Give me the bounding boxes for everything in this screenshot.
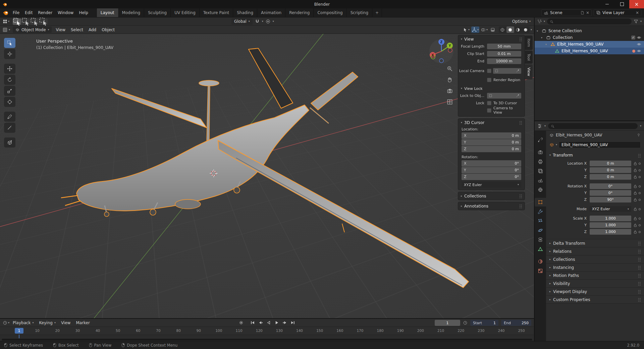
workspace-tab-rendering[interactable]: Rendering	[285, 8, 314, 17]
section-relations[interactable]: Relations	[546, 247, 644, 255]
focal-length-field[interactable]: 50 mm	[487, 44, 521, 49]
remove-view-layer-icon[interactable]	[636, 10, 639, 15]
proportional-editing-icon[interactable]	[266, 19, 270, 24]
texture-properties-tab[interactable]	[535, 267, 546, 275]
outliner-editor-icon[interactable]	[537, 19, 542, 24]
menu-file[interactable]: File	[10, 8, 22, 17]
object-data-properties-tab[interactable]	[535, 245, 546, 253]
minimize-button[interactable]	[600, 0, 614, 8]
drag-grip-icon[interactable]	[638, 153, 641, 158]
animate-dot-icon[interactable]	[638, 208, 641, 210]
render-properties-tab[interactable]	[535, 148, 546, 157]
jump-start-button[interactable]	[249, 319, 256, 326]
section-collections[interactable]: Collections	[546, 255, 644, 264]
transform-z-field[interactable]: 0 m	[590, 174, 631, 180]
camera-view-icon[interactable]	[447, 88, 453, 95]
uav-model[interactable]	[61, 48, 469, 288]
camera-to-view-checkbox[interactable]	[487, 108, 491, 113]
properties-editor-icon[interactable]	[537, 124, 542, 128]
unlink-scene-icon[interactable]	[586, 10, 589, 15]
viewport-menu-object[interactable]: Object	[99, 26, 117, 34]
view-panel-header[interactable]: View	[458, 35, 525, 43]
section-instancing[interactable]: Instancing	[546, 264, 644, 272]
scene-properties-tab[interactable]	[535, 176, 546, 185]
play-reverse-button[interactable]	[265, 319, 272, 326]
rotate-tool-button[interactable]	[4, 75, 15, 85]
workspace-tab-compositing[interactable]: Compositing	[314, 8, 346, 17]
prev-keyframe-button[interactable]	[257, 319, 264, 326]
transform-z-field[interactable]: 1.000	[590, 229, 631, 235]
selectability-dropdown[interactable]	[462, 26, 470, 33]
select-set-button[interactable]	[13, 18, 21, 25]
properties-options-chevron-icon[interactable]	[640, 125, 641, 127]
workspace-tab-scripting[interactable]: Scripting	[347, 8, 372, 17]
outliner-row[interactable]: Elbit_Hermes_900_UAV	[535, 48, 644, 54]
material-properties-tab[interactable]	[535, 257, 546, 266]
animate-dot-icon[interactable]	[638, 192, 641, 194]
lock-icon[interactable]	[633, 230, 638, 234]
render-visibility-icon[interactable]	[632, 50, 635, 53]
object-type-chevron-icon[interactable]	[556, 143, 557, 146]
eye-icon[interactable]	[637, 35, 641, 40]
viewport-menu-select[interactable]: Select	[68, 26, 86, 34]
lock-to-object-field[interactable]	[487, 93, 521, 99]
editor-type-chevron-icon[interactable]	[8, 20, 9, 23]
tool-settings-editor-icon[interactable]	[3, 19, 7, 24]
transform-y-field[interactable]: 1.000	[590, 222, 631, 228]
cursor-location-x-field[interactable]: X0 m	[462, 132, 521, 139]
lock-icon[interactable]	[633, 168, 638, 172]
outliner-search-input[interactable]	[547, 18, 632, 24]
animate-dot-icon[interactable]	[638, 163, 641, 165]
zoom-icon[interactable]	[447, 66, 453, 73]
workspace-tab-shading[interactable]: Shading	[233, 8, 257, 17]
eyedropper-icon[interactable]	[516, 69, 520, 73]
properties-search-input[interactable]	[548, 123, 638, 129]
animate-dot-icon[interactable]	[638, 231, 641, 233]
section-delta-transform[interactable]: Delta Transform	[546, 239, 644, 247]
viewport-menu-add[interactable]: Add	[86, 26, 99, 34]
output-properties-tab[interactable]	[535, 157, 546, 166]
world-properties-tab[interactable]	[535, 185, 546, 194]
animate-dot-icon[interactable]	[638, 185, 641, 187]
viewport-3d[interactable]: User Perspective (1) Collection | Elbit_…	[0, 34, 534, 318]
view-layer-selector[interactable]: View Layer	[594, 9, 641, 16]
eye-icon[interactable]	[637, 42, 641, 47]
lock-icon[interactable]	[633, 175, 638, 179]
outliner-row[interactable]: Collection	[535, 34, 644, 41]
eyedropper-icon[interactable]	[516, 94, 520, 98]
cursor-rotation-x-field[interactable]: X0°	[462, 160, 521, 167]
local-camera-field[interactable]	[493, 68, 521, 74]
cursor-3d-tool-button[interactable]	[4, 49, 15, 59]
workspace-tab-modeling[interactable]: Modeling	[118, 8, 145, 17]
section-custom-properties[interactable]: Custom Properties	[546, 296, 644, 304]
transform-location-x-field[interactable]: 0 m	[590, 161, 631, 166]
outliner-row[interactable]: Elbit_Hermes_900_UAV	[535, 41, 644, 48]
timeline-menu-marker[interactable]: Marker	[73, 321, 92, 325]
lock-icon[interactable]	[633, 184, 638, 188]
workspace-tab-layout[interactable]: Layout	[97, 8, 118, 17]
menu-help[interactable]: Help	[76, 8, 91, 17]
play-button[interactable]	[273, 319, 280, 326]
frame-end-field[interactable]: End250	[501, 320, 531, 326]
tool-properties-tab[interactable]	[535, 135, 546, 144]
view-layer-properties-tab[interactable]	[535, 167, 546, 175]
transform-tool-button[interactable]	[4, 97, 15, 107]
navigation-gizmo[interactable]: Z Y X	[429, 39, 454, 64]
proportional-chevron-icon[interactable]	[273, 20, 274, 23]
snap-magnet-icon[interactable]	[255, 19, 260, 24]
pin-icon[interactable]	[637, 133, 641, 137]
select-intersect-button[interactable]	[39, 18, 48, 25]
maximize-button[interactable]	[614, 0, 629, 8]
current-frame-indicator[interactable]: 1	[15, 328, 23, 334]
disclosure-icon[interactable]	[545, 43, 549, 46]
next-keyframe-button[interactable]	[281, 319, 288, 326]
clip-end-field[interactable]: 10000 m	[487, 58, 521, 64]
viewport-editor-chevron-icon[interactable]	[9, 28, 10, 31]
rotation-mode-dropdown[interactable]: XYZ Euler	[462, 182, 521, 188]
animate-dot-icon[interactable]	[638, 169, 641, 171]
mode-dropdown[interactable]: Object Mode	[13, 26, 52, 33]
animate-dot-icon[interactable]	[638, 176, 641, 178]
animate-dot-icon[interactable]	[638, 224, 641, 226]
drag-grip-icon[interactable]	[519, 37, 522, 41]
lock-icon[interactable]	[633, 191, 638, 195]
